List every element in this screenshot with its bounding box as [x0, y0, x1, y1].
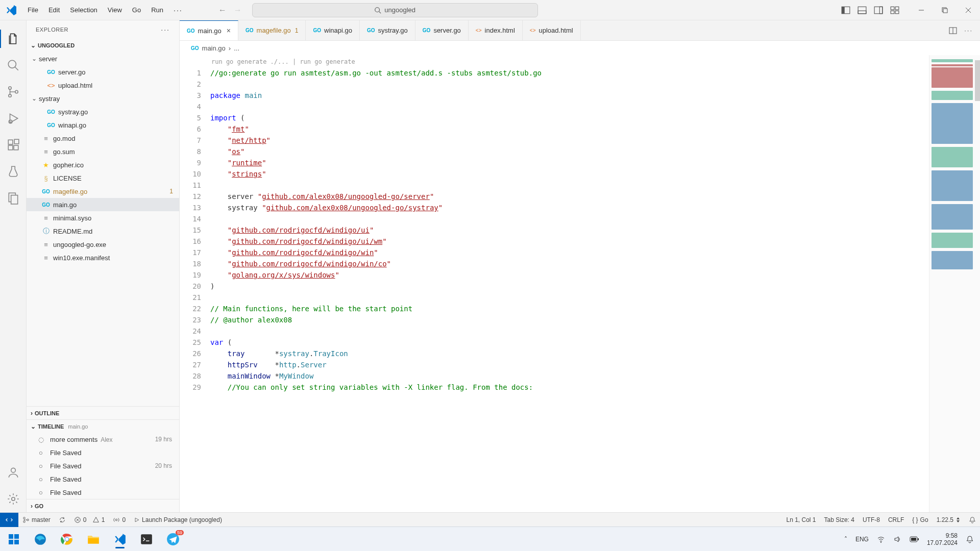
project-section-header[interactable]: ⌄ UNGOOGLED [27, 39, 179, 52]
menu-overflow-icon[interactable]: ··· [168, 3, 188, 17]
language-mode[interactable]: { } Go [908, 516, 932, 523]
windows-taskbar: 59 ˄ ENG 9:58 17.07.2024 [0, 527, 980, 551]
activity-extensions-icon[interactable] [0, 132, 27, 158]
activity-search-icon[interactable] [0, 52, 27, 79]
minimize-button[interactable] [910, 0, 933, 20]
split-editor-icon[interactable] [949, 27, 957, 35]
remote-button[interactable] [0, 513, 18, 527]
file-upload-html[interactable]: <>upload.html [27, 79, 179, 92]
file-main-go[interactable]: GOmain.go [27, 198, 179, 211]
file-readme-md[interactable]: ⓘREADME.md [27, 224, 179, 238]
save-icon: ○ [37, 489, 45, 496]
file-go-mod[interactable]: ≡go.mod [27, 132, 179, 145]
tray-notifications-icon[interactable] [966, 535, 974, 543]
file-license[interactable]: §LICENSE [27, 171, 179, 185]
start-button[interactable] [2, 529, 26, 549]
file-ungoogled-exe[interactable]: ≡ungoogled-go.exe [27, 238, 179, 251]
tab-size[interactable]: Tab Size: 4 [820, 516, 859, 523]
tab-main-go[interactable]: GOmain.go× [180, 20, 238, 40]
svg-rect-53 [918, 538, 919, 540]
file-minimal-syso[interactable]: ≡minimal.syso [27, 211, 179, 224]
menu-selection[interactable]: Selection [65, 3, 102, 17]
debug-launch[interactable]: Launch Package (ungoogled) [130, 516, 226, 523]
encoding[interactable]: UTF-8 [859, 516, 884, 523]
breadcrumb[interactable]: GO main.go › ... [180, 41, 980, 55]
activity-explorer-icon[interactable] [0, 26, 27, 52]
minimap[interactable] [929, 55, 980, 512]
layout-sidebar-right-icon[interactable] [874, 6, 883, 15]
tray-chevron-icon[interactable]: ˄ [844, 536, 847, 543]
go-version[interactable]: 1.22.5 [933, 516, 965, 523]
close-button[interactable] [957, 0, 980, 20]
timeline-item[interactable]: ○File Saved [27, 486, 179, 499]
activity-settings-icon[interactable] [0, 486, 27, 512]
layout-customize-icon[interactable] [890, 6, 899, 15]
chevron-right-icon: › [229, 44, 231, 52]
svg-point-19 [8, 87, 11, 89]
taskbar-explorer-icon[interactable] [82, 529, 105, 549]
tab-server-go[interactable]: GOserver.go [415, 20, 469, 40]
command-center-search[interactable]: ungoogled [252, 3, 538, 17]
battery-icon[interactable] [910, 536, 919, 542]
activity-debug-icon[interactable] [0, 105, 27, 132]
file-systray-go[interactable]: GOsystray.go [27, 105, 179, 118]
menu-view[interactable]: View [103, 3, 127, 17]
taskbar-vscode-icon[interactable] [108, 529, 132, 549]
eol[interactable]: CRLF [884, 516, 908, 523]
taskbar-telegram-icon[interactable]: 59 [161, 529, 185, 549]
menu-run[interactable]: Run [146, 3, 168, 17]
layout-sidebar-left-icon[interactable] [841, 6, 850, 15]
timeline-item[interactable]: ○File Saved [27, 446, 179, 459]
file-server-go[interactable]: GOserver.go [27, 65, 179, 79]
problems[interactable]: 0 1 [70, 516, 109, 523]
tab-systray-go[interactable]: GOsystray.go [360, 20, 415, 40]
activity-account-icon[interactable] [0, 459, 27, 486]
explorer-menu-icon[interactable]: ··· [161, 26, 170, 34]
folder-server[interactable]: ⌄server [27, 52, 179, 65]
file-winapi-go[interactable]: GOwinapi.go [27, 118, 179, 132]
svg-point-51 [880, 542, 881, 543]
cursor-position[interactable]: Ln 1, Col 1 [782, 516, 820, 523]
tray-clock[interactable]: 9:58 17.07.2024 [927, 532, 958, 546]
nav-back-icon[interactable]: ← [218, 6, 227, 15]
menu-file[interactable]: File [22, 3, 43, 17]
notifications-icon[interactable] [965, 516, 980, 523]
scm-branch[interactable]: master [18, 516, 55, 523]
tab-overflow-icon[interactable]: ··· [964, 27, 973, 34]
file-gopher-ico[interactable]: ★gopher.ico [27, 158, 179, 171]
volume-icon[interactable] [893, 535, 901, 543]
close-icon[interactable]: × [227, 27, 231, 35]
maximize-button[interactable] [933, 0, 957, 20]
taskbar-chrome-icon[interactable] [55, 529, 79, 549]
scm-sync[interactable] [55, 516, 70, 523]
timeline-section-header[interactable]: ⌄ TIMELINE main.go [27, 419, 179, 433]
taskbar-edge-icon[interactable] [29, 529, 52, 549]
tab-magefile-go[interactable]: GOmagefile.go1 [238, 20, 306, 40]
timeline-item[interactable]: ○File Saved [27, 472, 179, 486]
activity-references-icon[interactable] [0, 185, 27, 211]
wifi-icon[interactable] [877, 535, 885, 543]
outline-section-header[interactable]: › OUTLINE [27, 406, 179, 419]
timeline-item[interactable]: ○File Saved20 hrs [27, 459, 179, 472]
menu-edit[interactable]: Edit [43, 3, 65, 17]
tray-language[interactable]: ENG [855, 536, 869, 543]
taskbar-terminal-icon[interactable] [135, 529, 158, 549]
tab-index-html[interactable]: <>index.html [469, 20, 523, 40]
layout-panel-icon[interactable] [857, 6, 867, 15]
tab-upload-html[interactable]: <>upload.html [523, 20, 581, 40]
menu-go[interactable]: Go [127, 3, 146, 17]
activity-testing-icon[interactable] [0, 158, 27, 185]
code-editor[interactable]: run go generate ./... | run go generate/… [210, 55, 929, 512]
main-menu: File Edit Selection View Go Run ··· [22, 3, 188, 17]
file-go-sum[interactable]: ≡go.sum [27, 145, 179, 158]
file-win10-manifest[interactable]: ≡win10.exe.manifest [27, 251, 179, 264]
file-magefile-go[interactable]: GOmagefile.go1 [27, 185, 179, 198]
nav-forward-icon[interactable]: → [234, 6, 242, 15]
ports[interactable]: 0 [109, 516, 130, 523]
go-section-header[interactable]: › GO [27, 499, 179, 512]
folder-systray[interactable]: ⌄systray [27, 92, 179, 105]
timeline-item[interactable]: ◌more commentsAlex19 hrs [27, 433, 179, 446]
minimap-scrollbar[interactable] [975, 60, 980, 101]
tab-winapi-go[interactable]: GOwinapi.go [306, 20, 360, 40]
activity-scm-icon[interactable] [0, 79, 27, 105]
